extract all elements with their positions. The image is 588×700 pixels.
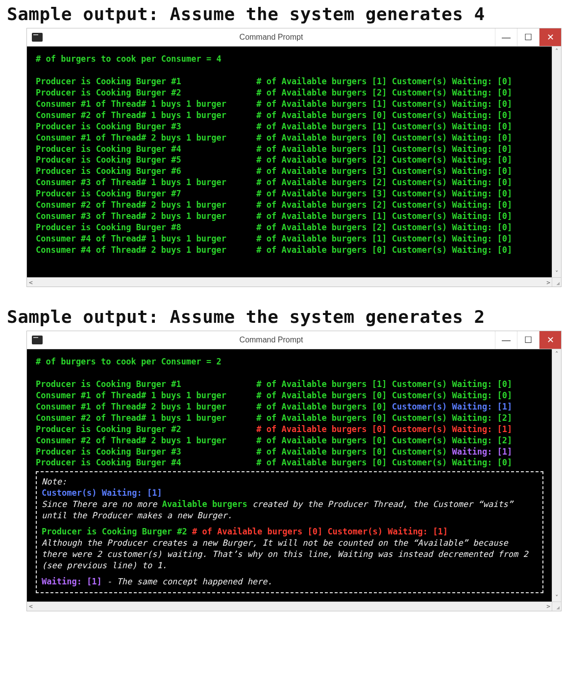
note-box: Note:Customer(s) Waiting: [1]Since There… bbox=[36, 471, 543, 593]
terminal-line: Consumer #3 of Thread# 2 buys 1 burger# … bbox=[36, 211, 543, 222]
maximize-button[interactable]: ☐ bbox=[517, 28, 539, 46]
terminal-line: Producer is Cooking Burger #5# of Availa… bbox=[36, 154, 543, 166]
vertical-scrollbar[interactable]: ˄ ˅ bbox=[552, 47, 561, 278]
terminal-line: Producer is Cooking Burger #1# of Availa… bbox=[36, 379, 543, 390]
section-heading-2: Sample output: Assume the system generat… bbox=[7, 307, 581, 327]
command-prompt-window-1: Command Prompt — ☐ ✕ # of burgers to coo… bbox=[26, 28, 562, 287]
titlebar[interactable]: Command Prompt — ☐ ✕ bbox=[27, 28, 561, 47]
terminal-header: # of burgers to cook per Consumer = 4 bbox=[36, 53, 543, 65]
command-prompt-window-2: Command Prompt — ☐ ✕ # of burgers to coo… bbox=[26, 331, 562, 611]
close-button[interactable]: ✕ bbox=[539, 331, 561, 349]
resize-grip-icon[interactable] bbox=[552, 277, 561, 287]
terminal-line: Consumer #2 of Thread# 2 buys 1 burger# … bbox=[36, 199, 543, 211]
terminal-output-1: # of burgers to cook per Consumer = 4Pro… bbox=[27, 47, 552, 278]
terminal-line: Producer is Cooking Burger #4# of Availa… bbox=[36, 457, 543, 468]
horizontal-scrollbar[interactable]: < > bbox=[27, 602, 552, 611]
scroll-down-icon[interactable]: ˅ bbox=[555, 268, 559, 278]
terminal-line: Consumer #3 of Thread# 1 buys 1 burger# … bbox=[36, 177, 543, 188]
close-button[interactable]: ✕ bbox=[539, 28, 561, 46]
terminal-line: Producer is Cooking Burger #6# of Availa… bbox=[36, 166, 543, 177]
scroll-right-icon[interactable]: > bbox=[546, 602, 550, 611]
cmd-icon bbox=[32, 33, 43, 42]
section-heading-1: Sample output: Assume the system generat… bbox=[7, 4, 581, 24]
terminal-line: Producer is Cooking Burger #7# of Availa… bbox=[36, 188, 543, 199]
terminal-line: Producer is Cooking Burger #3# of Availa… bbox=[36, 121, 543, 132]
resize-grip-icon[interactable] bbox=[552, 602, 561, 611]
horizontal-scrollbar[interactable]: < > bbox=[27, 277, 552, 287]
scroll-left-icon[interactable]: < bbox=[29, 278, 33, 287]
terminal-line: Consumer #2 of Thread# 1 buys 1 burger# … bbox=[36, 412, 543, 424]
titlebar[interactable]: Command Prompt — ☐ ✕ bbox=[27, 331, 561, 349]
terminal-line: Consumer #1 of Thread# 1 buys 1 burger# … bbox=[36, 98, 543, 110]
terminal-line: Consumer #2 of Thread# 2 buys 1 burger# … bbox=[36, 435, 543, 446]
terminal-line: Consumer #1 of Thread# 1 buys 1 burger# … bbox=[36, 390, 543, 401]
minimize-button[interactable]: — bbox=[495, 28, 517, 46]
cmd-icon bbox=[32, 336, 43, 344]
scroll-up-icon[interactable]: ˄ bbox=[555, 47, 559, 56]
scroll-down-icon[interactable]: ˅ bbox=[555, 593, 559, 602]
vertical-scrollbar[interactable]: ˄ ˅ bbox=[552, 349, 561, 602]
terminal-line: Consumer #1 of Thread# 2 buys 1 burger# … bbox=[36, 132, 543, 144]
terminal-line: Consumer #4 of Thread# 2 buys 1 burger# … bbox=[36, 244, 543, 256]
terminal-line: Consumer #1 of Thread# 2 buys 1 burger# … bbox=[36, 401, 543, 412]
terminal-line: Producer is Cooking Burger #3# of Availa… bbox=[36, 446, 543, 458]
window-title: Command Prompt bbox=[48, 33, 495, 42]
maximize-button[interactable]: ☐ bbox=[517, 331, 539, 349]
terminal-line: Consumer #2 of Thread# 1 buys 1 burger# … bbox=[36, 110, 543, 121]
scroll-right-icon[interactable]: > bbox=[546, 278, 550, 287]
terminal-line: Producer is Cooking Burger #2# of Availa… bbox=[36, 87, 543, 98]
terminal-output-2: # of burgers to cook per Consumer = 2Pro… bbox=[27, 349, 552, 602]
terminal-line: Consumer #4 of Thread# 1 buys 1 burger# … bbox=[36, 233, 543, 244]
terminal-line: Producer is Cooking Burger #4# of Availa… bbox=[36, 144, 543, 155]
terminal-header: # of burgers to cook per Consumer = 2 bbox=[36, 356, 543, 367]
terminal-line: Producer is Cooking Burger #8# of Availa… bbox=[36, 222, 543, 233]
minimize-button[interactable]: — bbox=[495, 331, 517, 349]
window-title: Command Prompt bbox=[48, 336, 495, 344]
terminal-line: Producer is Cooking Burger #2# of Availa… bbox=[36, 424, 543, 435]
scroll-left-icon[interactable]: < bbox=[29, 602, 33, 611]
scroll-up-icon[interactable]: ˄ bbox=[555, 349, 559, 359]
terminal-line: Producer is Cooking Burger #1# of Availa… bbox=[36, 76, 543, 87]
